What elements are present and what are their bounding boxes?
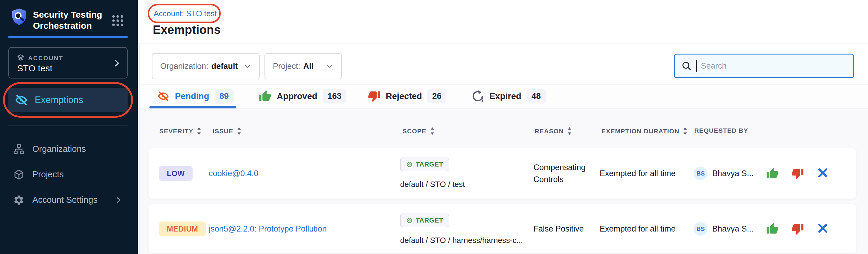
avatar: BS — [694, 222, 708, 236]
column-header-issue[interactable]: ISSUE — [213, 127, 241, 135]
sidebar-item-exemptions-label: Exemptions — [35, 95, 83, 105]
account-name: STO test — [17, 63, 53, 73]
page-title: Exemptions — [153, 23, 221, 36]
requester-name: Bhavya S... — [712, 224, 753, 234]
sidebar-menu: Organizations Projects Account Settings — [8, 136, 128, 213]
chevron-down-icon — [244, 62, 251, 70]
target-badge: TARGET — [400, 158, 449, 171]
chevron-down-icon — [326, 62, 333, 70]
issue-link[interactable]: json5@2.2.0: Prototype Pollution — [209, 224, 327, 234]
organization-filter-value: default — [212, 62, 238, 71]
tab-pending-label: Pending — [175, 91, 209, 101]
module-accent-underline — [8, 36, 128, 38]
layers-icon — [17, 54, 25, 61]
tab-expired-count: 48 — [527, 89, 546, 103]
reject-button[interactable] — [791, 223, 804, 235]
target-icon — [406, 217, 413, 224]
tab-approved-label: Approved — [277, 91, 317, 101]
table-row: MEDIUM json5@2.2.0: Prototype Pollution … — [149, 204, 856, 253]
sidebar-item-organizations-label: Organizations — [32, 144, 86, 154]
tab-rejected[interactable]: Rejected 26 — [368, 85, 446, 108]
avatar: BS — [694, 166, 708, 180]
text-caret — [696, 60, 697, 72]
account-scope-label: ACCOUNT — [28, 55, 63, 62]
chevron-right-icon — [115, 196, 122, 204]
org-chart-icon — [13, 144, 25, 155]
cube-icon — [13, 169, 25, 180]
tab-rejected-label: Rejected — [386, 91, 422, 101]
scope-path: default / STO / test — [400, 180, 465, 189]
project-filter-dropdown[interactable]: Project: All — [265, 53, 342, 80]
sidebar-divider — [8, 126, 128, 126]
search-box — [674, 54, 854, 78]
sto-shield-logo — [11, 8, 28, 27]
sidebar-item-account-settings[interactable]: Account Settings — [8, 187, 128, 213]
reject-button[interactable] — [791, 167, 804, 180]
sort-arrows-icon — [567, 127, 572, 135]
sidebar-item-projects-label: Projects — [32, 169, 64, 180]
eye-slash-icon — [14, 93, 28, 107]
exemption-status-tabs: Pending 89 Approved 163 Rejected 26 — [140, 84, 868, 108]
organization-filter-label: Organization: — [160, 62, 209, 71]
sort-arrows-icon — [197, 127, 201, 135]
scope-path: default / STO / harness/harness-c... — [400, 236, 523, 245]
app-switcher-grid-icon[interactable] — [112, 14, 124, 27]
app-title: Security Testing Orchestration — [33, 9, 110, 31]
requested-by-cell: BS Bhavya S... — [694, 222, 753, 236]
sidebar-item-account-settings-label: Account Settings — [32, 195, 98, 205]
header-divider — [138, 43, 868, 43]
column-header-scope[interactable]: SCOPE — [403, 127, 435, 135]
severity-badge: MEDIUM — [159, 222, 206, 236]
project-filter-label: Project: — [273, 62, 301, 71]
cancel-exemption-button[interactable] — [817, 167, 830, 180]
column-header-exemption-duration[interactable]: EXEMPTION DURATION — [601, 127, 687, 135]
sidebar: Security Testing Orchestration ACCOUNT S… — [0, 0, 138, 254]
main-content: Account: STO test Exemptions Organizatio… — [138, 0, 868, 254]
gear-icon — [13, 194, 25, 206]
sidebar-item-projects[interactable]: Projects — [8, 162, 128, 187]
cancel-exemption-button[interactable] — [817, 223, 830, 235]
reason-cell: Compensating Controls — [533, 161, 607, 185]
thumbs-up-icon — [259, 90, 271, 102]
active-tab-underline — [150, 106, 236, 108]
account-scope-card[interactable]: ACCOUNT STO test — [8, 47, 128, 78]
table-row: LOW cookie@0.4.0 TARGET default / STO / … — [149, 148, 856, 199]
tab-pending[interactable]: Pending 89 — [157, 85, 234, 108]
target-icon — [406, 161, 413, 168]
sort-arrows-icon — [683, 127, 687, 135]
scope-cell: TARGET default / STO / harness/harness-c… — [400, 214, 523, 245]
search-icon — [681, 61, 691, 71]
breadcrumb-account-link[interactable]: Account: STO test — [154, 9, 217, 18]
duration-cell: Exempted for all time — [600, 224, 676, 234]
column-header-requested-by: REQUESTED BY — [694, 127, 748, 134]
duration-cell: Exempted for all time — [600, 169, 676, 178]
sidebar-item-exemptions[interactable]: Exemptions — [8, 88, 128, 112]
sidebar-item-organizations[interactable]: Organizations — [8, 136, 128, 162]
scope-cell: TARGET default / STO / test — [400, 158, 465, 189]
reason-cell: False Positive — [533, 223, 607, 235]
target-badge: TARGET — [400, 214, 449, 227]
requested-by-cell: BS Bhavya S... — [694, 166, 753, 180]
search-input[interactable] — [701, 61, 847, 71]
column-header-severity[interactable]: SEVERITY — [159, 127, 201, 135]
requester-name: Bhavya S... — [712, 169, 753, 178]
approve-button[interactable] — [766, 167, 779, 180]
tab-approved[interactable]: Approved 163 — [259, 85, 346, 108]
approve-button[interactable] — [766, 223, 779, 235]
clock-expired-icon — [471, 90, 484, 102]
tab-expired-label: Expired — [489, 91, 521, 101]
column-header-reason[interactable]: REASON — [535, 127, 572, 135]
tab-pending-count: 89 — [214, 89, 233, 103]
tab-rejected-count: 26 — [427, 89, 446, 103]
project-filter-value: All — [303, 62, 314, 71]
eye-slash-icon — [157, 90, 169, 102]
sort-arrows-icon — [430, 127, 435, 135]
issue-link[interactable]: cookie@0.4.0 — [209, 169, 258, 178]
thumbs-down-icon — [368, 90, 380, 102]
severity-badge: LOW — [159, 166, 193, 181]
tab-expired[interactable]: Expired 48 — [471, 85, 546, 108]
exemptions-table: SEVERITY ISSUE SCOPE REASON EXEMPTION DU… — [140, 108, 868, 254]
chevron-right-icon — [113, 59, 121, 67]
organization-filter-dropdown[interactable]: Organization: default — [152, 53, 260, 80]
sort-arrows-icon — [237, 127, 241, 135]
